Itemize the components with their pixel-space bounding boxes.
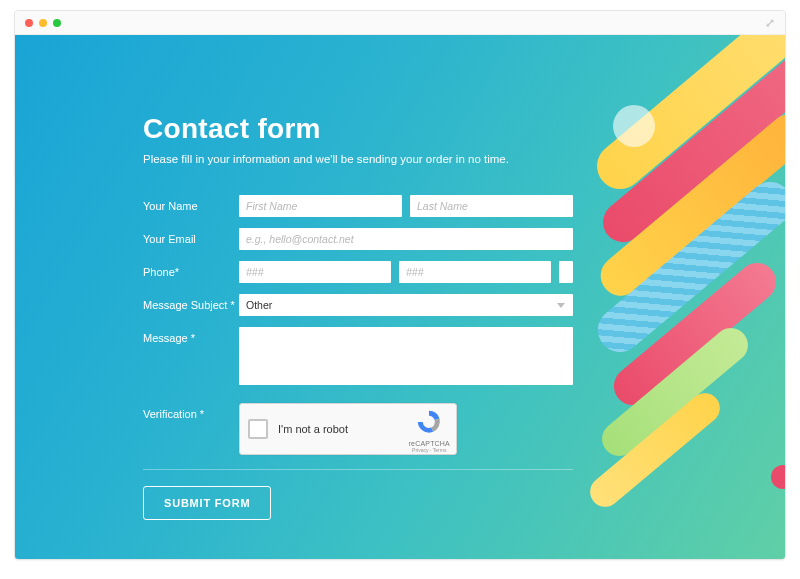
page-subtitle: Please fill in your information and we'l…: [143, 153, 573, 165]
message-label: Message *: [143, 327, 239, 344]
recaptcha-brand: reCAPTCHA: [409, 440, 450, 447]
message-textarea[interactable]: [239, 327, 573, 385]
window-minimize-dot[interactable]: [39, 19, 47, 27]
name-label: Your Name: [143, 195, 239, 212]
window-chrome: ⤢: [15, 11, 785, 35]
phone-part3-input[interactable]: [559, 261, 573, 283]
subject-label: Message Subject *: [143, 294, 239, 311]
first-name-input[interactable]: [239, 195, 402, 217]
expand-icon[interactable]: ⤢: [765, 16, 775, 30]
recaptcha-text: I'm not a robot: [278, 423, 348, 435]
phone-part2-input[interactable]: [399, 261, 551, 283]
page-title: Contact form: [143, 113, 573, 145]
page-viewport: Contact form Please fill in your informa…: [15, 35, 785, 560]
recaptcha-checkbox[interactable]: [248, 419, 268, 439]
last-name-input[interactable]: [410, 195, 573, 217]
recaptcha-icon: [415, 408, 443, 436]
form-divider: [143, 469, 573, 470]
phone-label: Phone*: [143, 261, 239, 278]
email-label: Your Email: [143, 228, 239, 245]
submit-button[interactable]: SUBMIT FORM: [143, 486, 271, 520]
verification-label: Verification *: [143, 403, 239, 420]
subject-select[interactable]: Other: [239, 294, 573, 316]
window-maximize-dot[interactable]: [53, 19, 61, 27]
email-input[interactable]: [239, 228, 573, 250]
recaptcha-legal: Privacy - Terms: [409, 447, 450, 453]
window-close-dot[interactable]: [25, 19, 33, 27]
recaptcha-widget[interactable]: I'm not a robot reCAPTCHA Privacy - Term…: [239, 403, 457, 455]
phone-part1-input[interactable]: [239, 261, 391, 283]
recaptcha-badge: reCAPTCHA Privacy - Terms: [409, 408, 450, 453]
browser-window: ⤢ Contact form Please fill in your infor…: [14, 10, 786, 560]
contact-form: Your Name Your Email Phone*: [143, 195, 573, 520]
